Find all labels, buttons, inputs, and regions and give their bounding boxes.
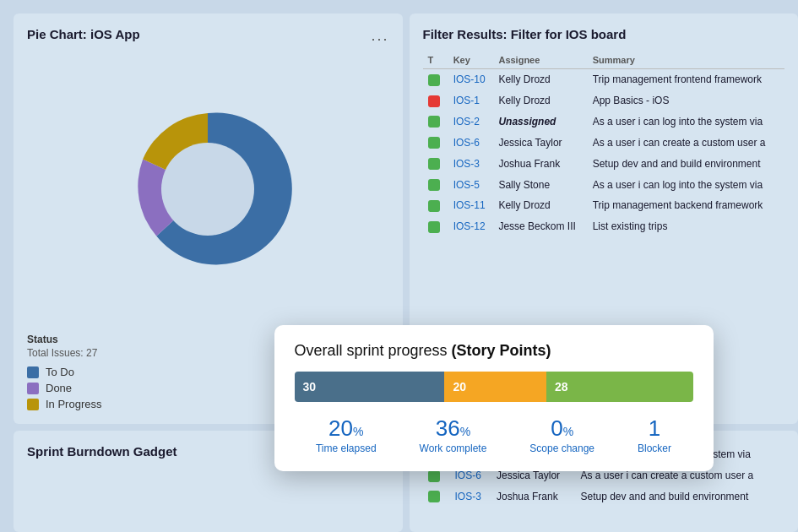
table-row[interactable]: IOS-2 Unassigned As a user i can log int… [423,111,785,133]
sprint-title-bold: (Story Points) [452,342,551,359]
row-type-icon [423,90,448,111]
row-summary: As a user i can log into the system via [588,111,784,133]
row-summary: As a user i can create a custom user a [588,132,784,153]
sprint-stats: 20% Time elapsed 36% Work complete 0% Sc… [295,417,693,454]
progress-seg-blue: 30 [295,372,445,402]
progress-seg-orange: 20 [444,372,546,402]
stat-time-label: Time elapsed [316,442,377,454]
legend-dot-todo [27,366,39,378]
row-summary: App Basics - iOS [588,90,784,111]
table-row[interactable]: IOS-6 Jessica Taylor As a user i can cre… [423,132,785,153]
table-row[interactable]: IOS-12 Jesse Beckom III List existing tr… [423,216,785,237]
row-key[interactable]: IOS-6 [448,132,494,153]
row-key[interactable]: IOS-10 [448,69,494,90]
stat-blocker-label: Blocker [638,442,671,454]
donut-hole [161,143,254,236]
row-summary: Trip management backend framework [588,195,784,216]
sprint-progress-title: Overall sprint progress (Story Points) [295,342,693,360]
stat-time-elapsed: 20% Time elapsed [316,417,377,454]
row-key[interactable]: IOS-3 [449,486,491,508]
pie-chart-title: Pie Chart: iOS App [27,27,140,41]
legend-label-todo: To Do [46,366,74,378]
progress-seg-green: 28 [546,372,693,402]
table-row[interactable]: IOS-5 Sally Stone As a user i can log in… [423,174,785,195]
stat-time-value: 20% [316,417,377,439]
table-row[interactable]: IOS-11 Kelly Drozd Trip management backe… [423,195,785,216]
sprint-progress-overlay: Overall sprint progress (Story Points) 3… [274,325,714,471]
legend-dot-inprogress [27,399,39,410]
table-row[interactable]: IOS-10 Kelly Drozd Trip management front… [423,69,785,90]
stat-work-complete: 36% Work complete [420,417,487,454]
row-assignee: Jesse Beckom III [493,216,587,237]
row-type-icon [423,132,448,153]
row-assignee: Jessica Taylor [493,132,587,153]
donut-svg [123,105,292,274]
row-type-icon [423,69,448,90]
row-assignee: Kelly Drozd [493,195,587,216]
col-assignee: Assignee [493,52,587,69]
filter-table-header: T Key Assignee Summary [423,52,785,69]
stat-work-label: Work complete [420,442,487,454]
col-type: T [423,52,448,69]
stat-scope-label: Scope change [529,442,594,454]
stat-blocker: 1 Blocker [638,417,671,454]
stat-scope-value: 0% [529,417,594,439]
stat-scope-change: 0% Scope change [529,417,594,454]
row-summary: Trip management frontend framework [588,69,784,90]
row-key[interactable]: IOS-12 [448,216,494,237]
row-summary: List existing trips [588,216,784,237]
filter-table: T Key Assignee Summary IOS-10 Kelly Droz… [423,52,785,237]
pie-chart-header: Pie Chart: iOS App ··· [27,27,389,52]
row-key[interactable]: IOS-1 [448,90,494,111]
stat-blocker-value: 1 [638,417,671,439]
row-key[interactable]: IOS-2 [448,111,494,133]
progress-bar: 30 20 28 [295,372,693,402]
legend-label-inprogress: In Progress [46,398,101,410]
row-type-icon [423,195,448,216]
row-assignee: Unassigned [493,111,587,133]
pie-chart-area [27,58,389,320]
row-key[interactable]: IOS-5 [448,174,494,195]
row-type-icon [423,153,448,174]
table-row[interactable]: IOS-3 Joshua Frank Setup dev and and bui… [423,153,785,174]
row-assignee: Sally Stone [493,174,587,195]
row-assignee: Joshua Frank [491,486,576,508]
row-assignee: Kelly Drozd [493,90,587,111]
col-key: Key [448,52,494,69]
row-assignee: Kelly Drozd [493,69,587,90]
filter-table-body: IOS-10 Kelly Drozd Trip management front… [423,69,785,237]
row-summary: As a user i can log into the system via [588,174,784,195]
col-summary: Summary [588,52,784,69]
legend-dot-done [27,383,39,394]
filter-results-title: Filter Results: Filter for IOS board [423,27,785,41]
legend-label-done: Done [46,382,72,394]
row-type-icon [423,111,448,133]
row-key[interactable]: IOS-11 [448,195,494,216]
row-type-icon [423,216,448,237]
sprint-title-text: Overall sprint progress [295,342,448,359]
stat-work-value: 36% [420,417,487,439]
row-summary: Setup dev and and build environment [588,153,784,174]
table-row[interactable]: IOS-1 Kelly Drozd App Basics - iOS [423,90,785,111]
main-layout: Pie Chart: iOS App ··· Status Total Issu… [7,7,798,532]
table-row[interactable]: IOS-3 Joshua Frank Setup dev and and bui… [423,486,785,508]
row-type-icon [423,174,448,195]
row-summary: Setup dev and and build environment [575,486,784,508]
row-assignee: Joshua Frank [493,153,587,174]
more-options-icon[interactable]: ··· [371,30,388,48]
row-type-icon [423,486,450,508]
row-key[interactable]: IOS-3 [448,153,494,174]
